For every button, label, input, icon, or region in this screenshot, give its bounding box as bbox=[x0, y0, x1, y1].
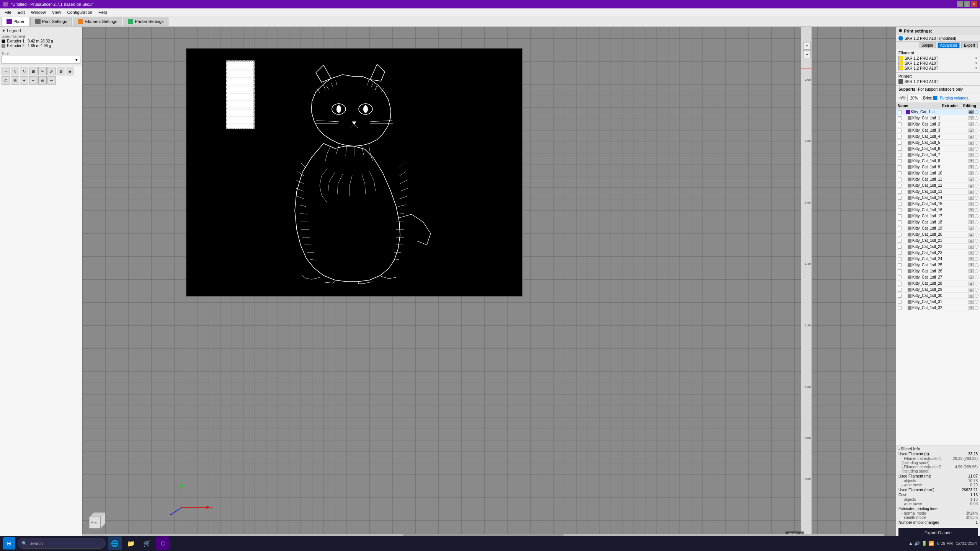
object-row[interactable]: Kitty_Cat_1stl_31 2 bbox=[896, 299, 980, 305]
obj-circle-31[interactable] bbox=[975, 300, 978, 304]
obj-circle-16[interactable] bbox=[975, 208, 978, 212]
tool-undo[interactable]: ↩ bbox=[47, 76, 56, 85]
object-row[interactable]: Kitty_Cat_1stl_5 2 bbox=[896, 140, 980, 146]
obj-circle-27[interactable] bbox=[975, 276, 978, 279]
object-list[interactable]: Kitty_Cat_1.stl def Kitty_Cat_1stl_1 1 K… bbox=[896, 109, 980, 445]
obj-ext-10[interactable]: 2 bbox=[969, 171, 974, 175]
object-row[interactable]: Kitty_Cat_1stl_30 2 bbox=[896, 293, 980, 299]
object-row[interactable]: Kitty_Cat_1stl_1 1 bbox=[896, 115, 980, 121]
obj-ext-29[interactable]: 2 bbox=[969, 288, 974, 292]
object-row[interactable]: Kitty_Cat_1stl_13 2 bbox=[896, 189, 980, 195]
tool-split[interactable]: ⊘ bbox=[38, 76, 47, 85]
zoom-out-button[interactable]: − bbox=[803, 51, 811, 58]
obj-ext-26[interactable]: 2 bbox=[969, 269, 974, 273]
obj-circle-25[interactable] bbox=[975, 263, 978, 267]
object-row[interactable]: Kitty_Cat_1stl_11 2 bbox=[896, 176, 980, 183]
obj-circle-30[interactable] bbox=[975, 294, 978, 298]
menu-help[interactable]: Help bbox=[95, 8, 110, 16]
mode-advanced[interactable]: Advanced bbox=[938, 42, 960, 48]
obj-check-15[interactable] bbox=[898, 202, 902, 206]
obj-ext-11[interactable]: 2 bbox=[969, 178, 974, 181]
obj-ext-1[interactable]: 1 bbox=[969, 116, 974, 120]
obj-check-30[interactable] bbox=[898, 294, 902, 298]
obj-ext-4[interactable]: 2 bbox=[969, 135, 974, 139]
obj-check-10[interactable] bbox=[898, 171, 902, 175]
tool-arrange[interactable]: ⊟ bbox=[11, 76, 19, 85]
filament1-arrow[interactable]: ▼ bbox=[975, 57, 978, 60]
obj-ext-2[interactable]: 2 bbox=[969, 122, 974, 126]
obj-circle-4[interactable] bbox=[975, 135, 978, 139]
object-row[interactable]: Kitty_Cat_1stl_7 2 bbox=[896, 152, 980, 158]
obj-editing-circle[interactable] bbox=[975, 110, 978, 114]
minimize-button[interactable]: — bbox=[957, 1, 963, 7]
obj-ext-6[interactable]: 2 bbox=[969, 147, 974, 151]
purging-link[interactable]: Purging volumes... bbox=[940, 96, 972, 100]
obj-circle-2[interactable] bbox=[975, 122, 978, 126]
obj-ext-28[interactable]: 2 bbox=[969, 282, 974, 285]
obj-circle-6[interactable] bbox=[975, 147, 978, 151]
obj-check-20[interactable] bbox=[898, 233, 902, 236]
object-row[interactable]: Kitty_Cat_1stl_8 2 bbox=[896, 158, 980, 164]
tab-print-settings[interactable]: Print Settings bbox=[30, 17, 72, 26]
obj-check-28[interactable] bbox=[898, 282, 902, 285]
tool-fdm[interactable]: ⬡ bbox=[2, 76, 10, 85]
object-row[interactable]: Kitty_Cat_1stl_26 2 bbox=[896, 268, 980, 274]
obj-circle-3[interactable] bbox=[975, 129, 978, 132]
obj-circle-19[interactable] bbox=[975, 227, 978, 230]
obj-circle-17[interactable] bbox=[975, 214, 978, 218]
obj-circle-15[interactable] bbox=[975, 202, 978, 206]
tab-plater[interactable]: Plater bbox=[2, 17, 29, 26]
obj-circle-20[interactable] bbox=[975, 233, 978, 236]
object-row[interactable]: Kitty_Cat_1stl_6 2 bbox=[896, 146, 980, 152]
brim-checkbox[interactable] bbox=[933, 96, 938, 100]
tool-scale[interactable]: ⤡ bbox=[11, 67, 19, 75]
obj-check-32[interactable] bbox=[898, 306, 902, 310]
obj-check-12[interactable] bbox=[898, 184, 902, 187]
object-row[interactable]: Kitty_Cat_1stl_9 2 bbox=[896, 164, 980, 170]
object-row[interactable]: Kitty_Cat_1stl_24 2 bbox=[896, 256, 980, 262]
object-row[interactable]: Kitty_Cat_1stl_10 2 bbox=[896, 170, 980, 176]
mode-simple[interactable]: Simple bbox=[919, 42, 936, 48]
obj-ext-13[interactable]: 2 bbox=[969, 190, 974, 194]
obj-ext-24[interactable]: 2 bbox=[969, 257, 974, 261]
taskbar-app-store[interactable]: 🛒 bbox=[140, 536, 154, 550]
obj-ext-3[interactable]: 2 bbox=[969, 129, 974, 132]
object-row[interactable]: Kitty_Cat_1stl_21 2 bbox=[896, 238, 980, 244]
obj-check-19[interactable] bbox=[898, 227, 902, 230]
taskbar-search[interactable]: 🔍 Search bbox=[18, 538, 106, 549]
obj-check-1[interactable] bbox=[898, 116, 902, 120]
object-row[interactable]: Kitty_Cat_1stl_28 2 bbox=[896, 280, 980, 287]
obj-ext-27[interactable]: 2 bbox=[969, 276, 974, 279]
obj-check-31[interactable] bbox=[898, 300, 902, 304]
obj-circle-23[interactable] bbox=[975, 251, 978, 255]
obj-ext-17[interactable]: 2 bbox=[969, 214, 974, 218]
obj-check-3[interactable] bbox=[898, 129, 902, 132]
object-row[interactable]: Kitty_Cat_1stl_2 2 bbox=[896, 121, 980, 127]
obj-check-13[interactable] bbox=[898, 190, 902, 194]
obj-ext-21[interactable]: 2 bbox=[969, 239, 974, 243]
infill-input[interactable] bbox=[907, 95, 921, 101]
zoom-in-button[interactable]: + bbox=[803, 42, 811, 50]
filament2-arrow[interactable]: ▼ bbox=[975, 62, 978, 65]
obj-circle-14[interactable] bbox=[975, 196, 978, 200]
obj-ext-8[interactable]: 2 bbox=[969, 159, 974, 163]
obj-ext-14[interactable]: 2 bbox=[969, 196, 974, 200]
obj-circle-10[interactable] bbox=[975, 171, 978, 175]
menu-configuration[interactable]: Configuration bbox=[64, 8, 95, 16]
object-row[interactable]: Kitty_Cat_1stl_4 2 bbox=[896, 134, 980, 140]
menu-edit[interactable]: Edit bbox=[15, 8, 28, 16]
obj-ext-32[interactable]: 2 bbox=[969, 306, 974, 310]
obj-check-8[interactable] bbox=[898, 159, 902, 163]
tool-dropdown[interactable]: ▼ bbox=[2, 56, 80, 64]
legend-toggle[interactable]: ▼ Legend bbox=[2, 28, 21, 33]
obj-check-7[interactable] bbox=[898, 153, 902, 157]
obj-visibility-check[interactable] bbox=[898, 110, 902, 114]
tool-paint[interactable]: 🖊 bbox=[47, 67, 56, 75]
obj-check-14[interactable] bbox=[898, 196, 902, 200]
obj-circle-1[interactable] bbox=[975, 116, 978, 120]
obj-check-6[interactable] bbox=[898, 147, 902, 151]
tool-add[interactable]: + bbox=[20, 76, 28, 85]
tool-place[interactable]: ⊞ bbox=[29, 67, 38, 75]
close-button[interactable]: ✕ bbox=[971, 1, 977, 7]
menu-window[interactable]: Window bbox=[28, 8, 49, 16]
